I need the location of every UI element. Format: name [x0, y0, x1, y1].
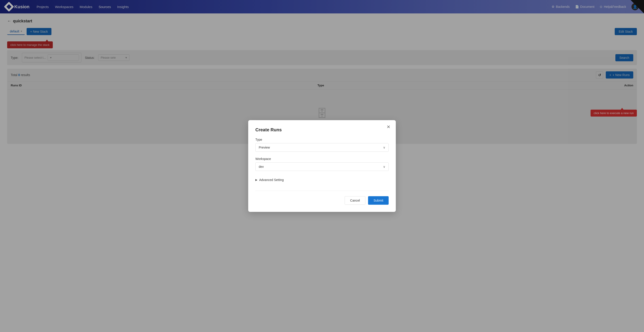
workspace-form-select[interactable]: dev ∨ [255, 162, 389, 171]
type-form-label: Type [255, 138, 389, 141]
workspace-select-value: dev [259, 165, 383, 168]
type-form-select[interactable]: Preview ∨ [255, 143, 389, 152]
modal-overlay: ✕ Create Runs Type Preview ∨ Workspace d… [0, 0, 644, 332]
type-select-value: Preview [259, 146, 383, 149]
cancel-button[interactable]: Cancel [344, 196, 366, 205]
type-chevron-down-icon: ∨ [383, 146, 385, 149]
workspace-form-group: Workspace dev ∨ [255, 157, 389, 171]
create-runs-modal: ✕ Create Runs Type Preview ∨ Workspace d… [248, 120, 396, 212]
modal-title: Create Runs [255, 127, 389, 132]
advanced-setting-label: Advanced Setting [259, 178, 284, 182]
modal-footer: Cancel Submit [255, 191, 389, 205]
workspace-chevron-down-icon: ∨ [383, 165, 385, 168]
type-form-group: Type Preview ∨ [255, 138, 389, 152]
submit-button[interactable]: Submit [368, 196, 389, 205]
advanced-setting-toggle[interactable]: ▶ Advanced Setting [255, 176, 389, 183]
modal-close-button[interactable]: ✕ [386, 125, 390, 129]
advanced-arrow-icon: ▶ [255, 178, 258, 181]
workspace-form-label: Workspace [255, 157, 389, 161]
